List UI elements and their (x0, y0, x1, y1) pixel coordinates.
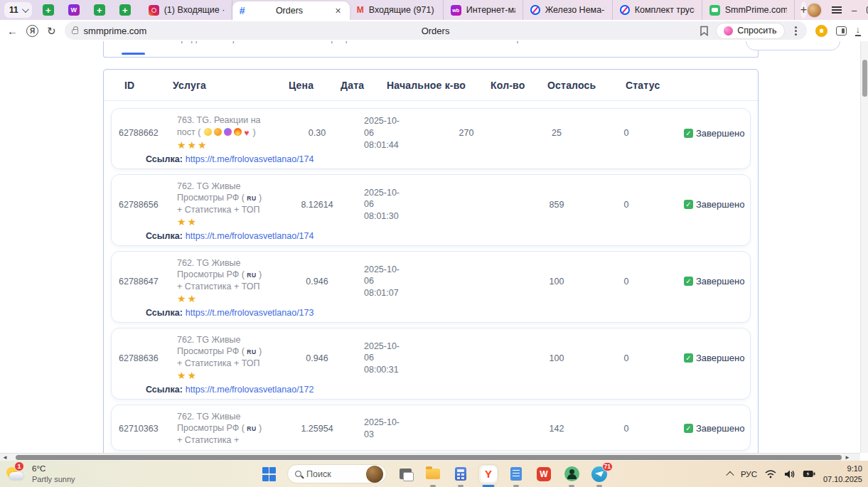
filter-tab-7[interactable]: Отменено (562, 41, 607, 43)
star-emoji: ★★ (177, 293, 198, 304)
task-view-button[interactable] (396, 465, 414, 483)
orders-search-input[interactable] (746, 41, 840, 50)
menu-icon[interactable] (832, 6, 842, 14)
order-service: 762. TG Живые Просмотры РФ ( RU ) + Стат… (177, 334, 287, 382)
yandex-browser-button[interactable]: Y (479, 465, 498, 483)
wifi-icon[interactable] (765, 470, 776, 478)
browser-tab-6[interactable]: Комплект трусо (613, 0, 702, 20)
alice-icon[interactable] (815, 25, 827, 37)
ask-ai-button[interactable]: Спросить (716, 23, 784, 39)
back-button[interactable]: ← (7, 26, 18, 36)
order-link[interactable]: https://t.me/frolovasvetlanao/173 (186, 308, 314, 318)
profile-avatar[interactable] (807, 3, 822, 18)
orders-table: IDУслугаЦенаДатаНачальное к-воКол-воОста… (103, 69, 759, 453)
wps-office-button[interactable]: W (535, 465, 553, 483)
active-filter-underline (122, 53, 145, 55)
order-status: ✓Завершено (647, 353, 744, 363)
order-link[interactable]: https://t.me/frolovasvetlanao/174 (186, 154, 314, 164)
bookmark-icon[interactable] (700, 26, 709, 36)
weather-icon: 1 (4, 464, 27, 483)
yandex-home-icon[interactable]: Я (26, 25, 38, 37)
order-service: 762. TG Живые Просмотры РФ ( RU ) + Стат… (177, 181, 287, 229)
tab-label: Orders (250, 6, 328, 16)
pinned-tab-w-seller[interactable] (65, 4, 83, 16)
clock[interactable]: 9:10 07.10.2025 (823, 464, 862, 484)
gmail-icon (357, 5, 364, 15)
tab-label: Интернет-магаз (466, 5, 515, 15)
green-messenger-button[interactable] (562, 465, 581, 483)
heart-eyes-emoji (214, 128, 222, 136)
sidebar-panels-icon[interactable] (836, 26, 847, 36)
telegram-button[interactable]: 71 (590, 465, 609, 483)
filter-tab-4[interactable]: В процессе (316, 41, 367, 43)
browser-tab-7[interactable]: SmmPrime.com (702, 0, 795, 20)
volume-icon[interactable] (784, 470, 795, 478)
taskbar-center: Поиск Y W 71 (259, 464, 609, 483)
filter-tab-5[interactable]: Выполнено частично (384, 41, 478, 43)
scroll-left-arrow[interactable]: ◄ (2, 454, 8, 461)
order-link[interactable]: https://t.me/frolovasvetlanao/172 (186, 385, 314, 395)
browser-tab-2[interactable]: Orders× (232, 1, 350, 20)
vertical-scrollbar-thumb[interactable] (862, 60, 867, 97)
address-bar[interactable]: smmprime.com Orders Спросить (65, 21, 807, 40)
window-controls: – × (807, 3, 868, 18)
order-remaining: 0 (606, 200, 647, 210)
weather-widget[interactable]: 1 6°C Partly sunny (4, 464, 75, 484)
ozon-icon (530, 5, 540, 15)
order-status: ✓Завершено (647, 199, 744, 210)
vertical-scrollbar[interactable] (860, 41, 868, 453)
taskbar-search[interactable]: Поиск (287, 464, 387, 483)
cloud-icon (9, 472, 23, 480)
filter-tab-6[interactable]: Завершено (495, 41, 545, 43)
filter-tab-3[interactable]: Обработка заказа (219, 41, 299, 43)
hash-icon (240, 5, 245, 16)
minimize-button[interactable]: – (852, 6, 857, 15)
more-options-icon[interactable] (795, 30, 797, 32)
browser-tab-4[interactable]: Интернет-магаз (444, 0, 523, 20)
downloads-icon[interactable]: ↓ (855, 25, 862, 36)
tab-count: 11 (9, 5, 18, 15)
browser-window: 11 (1) Входящие · ЧOrders×Входящие (971)… (0, 0, 868, 487)
star-emoji: ★★ (177, 370, 198, 381)
url-text: smmprime.com (84, 26, 147, 36)
order-price: 1.25954 (287, 424, 347, 434)
browser-tab-3[interactable]: Входящие (971) (350, 0, 444, 20)
order-link[interactable]: https://t.me/frolovasvetlanao/174 (186, 231, 314, 241)
tab-close-icon[interactable]: × (334, 5, 343, 16)
order-quantity: 859 (508, 200, 606, 210)
tray-chevron-up-icon[interactable] (726, 471, 734, 478)
tab-counter-button[interactable]: 11 (4, 2, 32, 18)
order-row-grid: 62788662763. TG. Реакции на пост ( ♥ )★★… (119, 114, 743, 152)
scroll-right-arrow[interactable]: ► (845, 454, 850, 461)
language-indicator[interactable]: РУС (741, 470, 757, 478)
order-service: 762. TG Живые Просмотры РФ ( RU ) + Стат… (177, 411, 287, 446)
filter-tab-2[interactable]: В очереди (156, 41, 203, 43)
filter-tab-1[interactable]: Все (122, 41, 139, 43)
pinned-tab-green-plus[interactable] (39, 4, 58, 16)
battery-icon[interactable] (803, 470, 815, 478)
tab-label: SmmPrime.com (725, 5, 787, 15)
star-emoji: ★★★ (177, 139, 208, 151)
horizontal-scrollbar-thumb[interactable] (16, 455, 842, 460)
horizontal-scrollbar[interactable]: ◄ ► (0, 453, 860, 461)
order-id: 62710363 (119, 424, 177, 434)
order-id: 62788636 (119, 353, 177, 363)
ru-flag-emoji: RU (247, 272, 256, 279)
file-explorer-button[interactable] (424, 465, 442, 483)
notepad-button[interactable] (507, 465, 525, 483)
browser-tab-1[interactable]: (1) Входящие · Ч (141, 0, 232, 20)
weather-temperature: 6°C (32, 464, 75, 474)
start-button[interactable] (259, 465, 278, 483)
order-service: 762. TG Живые Просмотры РФ ( RU ) + Стат… (177, 257, 287, 306)
browser-tab-5[interactable]: Железо Нема-П (523, 0, 613, 20)
column-header-7: Осталось (547, 80, 626, 91)
refresh-button[interactable]: ↻ (47, 26, 56, 36)
order-initial-count: 270 (425, 128, 508, 138)
instagram-icon (149, 5, 159, 16)
column-header-1: ID (124, 80, 173, 91)
new-tab-button[interactable]: + (800, 1, 807, 18)
weather-condition: Partly sunny (32, 474, 75, 484)
calculator-button[interactable] (451, 465, 470, 483)
pinned-tab-green-plus[interactable] (90, 4, 109, 16)
pinned-tab-green-plus[interactable] (116, 4, 134, 16)
